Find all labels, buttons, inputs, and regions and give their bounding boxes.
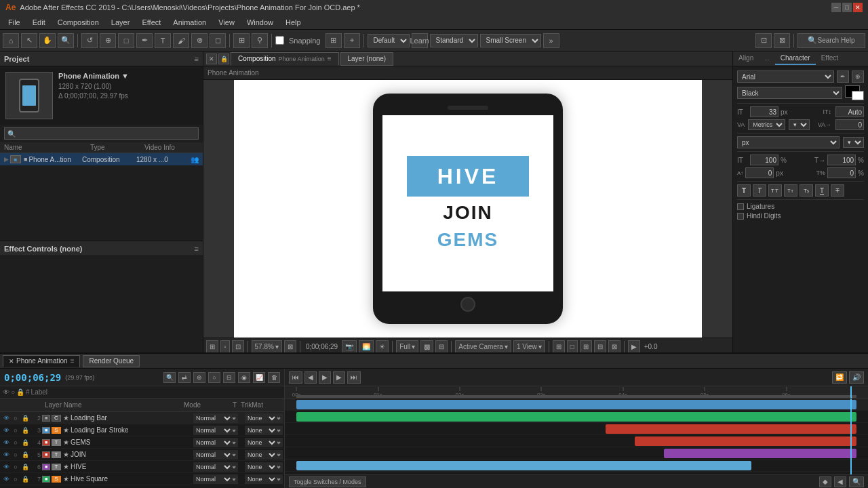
- layer-mode-1[interactable]: Normal: [193, 426, 233, 435]
- frame-btn[interactable]: ▫: [220, 340, 230, 353]
- layer-solo-4[interactable]: ○: [11, 462, 20, 472]
- layer-solo-0[interactable]: ○: [11, 413, 20, 423]
- minimize-button[interactable]: ─: [831, 3, 841, 12]
- title-bar-controls[interactable]: ─ □ ✕: [831, 3, 863, 12]
- layer-row[interactable]: 👁 ○ 🔒 6 ■ T ★ HIVE Normal ▾ None ▾: [0, 461, 284, 473]
- layer-trikmat-5[interactable]: None: [245, 474, 277, 484]
- layer-lock-3[interactable]: 🔒: [20, 450, 30, 460]
- fit-btn[interactable]: ⊠: [284, 340, 296, 353]
- tl-tracks[interactable]: [285, 399, 868, 474]
- tl-timecode[interactable]: 0;00;06;29: [4, 372, 61, 383]
- tl-play-btn[interactable]: ⏮: [289, 371, 302, 384]
- font-load-icon[interactable]: ⊕: [852, 70, 864, 83]
- bold-btn[interactable]: T: [737, 184, 751, 197]
- hindi-digits-checkbox[interactable]: [737, 213, 744, 220]
- layer-mode-2[interactable]: Normal: [193, 438, 233, 447]
- close-button[interactable]: ✕: [853, 3, 863, 12]
- menu-effect[interactable]: Effect: [136, 17, 166, 28]
- toggle-switches-btn[interactable]: Toggle Switches / Modes: [289, 476, 366, 487]
- quality-btn[interactable]: Full ▾: [396, 340, 418, 353]
- horiz-scale-input[interactable]: [827, 155, 856, 165]
- layer-lock-5[interactable]: 🔒: [20, 474, 30, 484]
- zoom-btn[interactable]: 57.8% ▾: [252, 340, 282, 353]
- background-color[interactable]: [852, 91, 864, 100]
- layer-eye-1[interactable]: 👁: [1, 426, 11, 435]
- tab-composition[interactable]: Composition Phone Animation ≡: [231, 52, 339, 66]
- allcaps-btn[interactable]: TT: [768, 184, 782, 197]
- menu-composition[interactable]: Composition: [52, 17, 104, 28]
- text-tool[interactable]: T: [155, 33, 171, 48]
- layer-mode-4[interactable]: Normal: [193, 462, 233, 472]
- tab-character[interactable]: Character: [775, 52, 816, 65]
- tl-loop-btn[interactable]: 🔁: [832, 371, 847, 384]
- project-search-input[interactable]: [4, 127, 199, 140]
- tl-guide-btn[interactable]: ⊟: [223, 372, 235, 383]
- tl-frame-back-btn[interactable]: ◀: [304, 371, 317, 384]
- render-region-btn[interactable]: ⊞: [553, 340, 565, 353]
- shape-tool[interactable]: □: [118, 33, 134, 48]
- menu-animation[interactable]: Animation: [167, 17, 212, 28]
- layer-mode-arrow-3[interactable]: ▾: [233, 450, 238, 460]
- layer-mode-0[interactable]: Normal: [193, 413, 233, 423]
- snap-btn[interactable]: ⊞: [206, 340, 218, 353]
- strike-btn[interactable]: T: [831, 184, 844, 197]
- roto-tool[interactable]: ⊞: [233, 33, 250, 48]
- brush-tool[interactable]: 🖌: [173, 33, 189, 48]
- camera-btn[interactable]: Active Camera ▾: [455, 340, 511, 353]
- layer-eye-3[interactable]: 👁: [1, 450, 11, 460]
- layer-trikmat-2[interactable]: None: [245, 438, 277, 447]
- smallcaps-btn[interactable]: Tт: [784, 184, 797, 197]
- menu-view[interactable]: View: [213, 17, 240, 28]
- font-style-icon[interactable]: ✒: [837, 70, 849, 83]
- search-help-btn[interactable]: 🔍 Search Help: [797, 33, 865, 48]
- workspace-default[interactable]: Default: [368, 34, 410, 47]
- layer-trikmat-0[interactable]: None: [245, 413, 277, 423]
- kerning-type-select[interactable]: Metrics: [748, 119, 785, 130]
- baseline-input[interactable]: [745, 167, 774, 178]
- workspace-more[interactable]: »: [543, 33, 559, 48]
- tl-solo-btn[interactable]: ○: [208, 372, 220, 383]
- tsume-input[interactable]: [827, 167, 856, 178]
- tl-end-btn[interactable]: ⏭: [347, 371, 361, 384]
- tl-search-btn[interactable]: 🔍: [163, 372, 176, 383]
- layer-mode-arrow-1[interactable]: ▾: [233, 426, 238, 435]
- tl-delete-btn[interactable]: 🗑: [268, 372, 280, 383]
- layer-solo-2[interactable]: ○: [11, 438, 20, 447]
- view-btn[interactable]: 1 View ▾: [513, 340, 545, 353]
- snapping-label[interactable]: Snapping: [286, 37, 323, 45]
- layer-mode-arrow-2[interactable]: ▾: [233, 438, 238, 447]
- show-snapshot-btn[interactable]: 🌅: [359, 340, 374, 353]
- tl-transfer-btn[interactable]: ⇄: [178, 372, 191, 383]
- snap-icon-btn[interactable]: ⊞: [326, 33, 342, 48]
- layer-trikmat-arrow-5[interactable]: ▾: [277, 474, 283, 484]
- layer-trikmat-arrow-2[interactable]: ▾: [277, 438, 283, 447]
- composition-viewer[interactable]: HIVE JOIN GEMS: [203, 80, 732, 338]
- layer-mode-3[interactable]: Normal: [193, 450, 233, 460]
- tl-tab-comp[interactable]: ✕ Phone Animation ≡: [3, 355, 80, 367]
- menu-layer[interactable]: Layer: [106, 17, 136, 28]
- workspace-standard[interactable]: Standard: [430, 34, 478, 47]
- transparency-btn[interactable]: ▩: [420, 340, 433, 353]
- layer-mode-5[interactable]: Normal: [193, 474, 233, 484]
- comp-tab-menu[interactable]: ≡: [328, 55, 332, 62]
- tl-keyframe-btn[interactable]: ◆: [819, 476, 831, 487]
- kerning-arrow[interactable]: ▾: [789, 119, 810, 130]
- layer-eye-0[interactable]: 👁: [1, 413, 11, 423]
- project-menu-btn[interactable]: ≡: [195, 55, 199, 63]
- snapshot-btn[interactable]: 📷: [342, 340, 357, 353]
- tl-pause-btn[interactable]: ▶: [319, 371, 331, 384]
- work-area-bar[interactable]: [296, 395, 856, 398]
- tl-audio-btn[interactable]: 🔊: [849, 371, 864, 384]
- font-style-select[interactable]: Black: [737, 87, 842, 99]
- ruler-btn[interactable]: ⊟: [594, 340, 606, 353]
- layer-eye-2[interactable]: 👁: [1, 438, 11, 447]
- layer-eye-5[interactable]: 👁: [1, 474, 11, 484]
- comp-tab-lock[interactable]: 🔒: [218, 54, 229, 64]
- layer-solo-1[interactable]: ○: [11, 426, 20, 435]
- layer-row[interactable]: 👁 ○ 🔒 4 ■ T ★ GEMS Normal ▾ None ▾: [0, 436, 284, 449]
- tracking-input[interactable]: [835, 119, 864, 130]
- exposure-btn[interactable]: ☀: [376, 340, 389, 353]
- layer-row[interactable]: 👁 ○ 🔒 5 ■ T ★ JOIN Normal ▾ None ▾: [0, 449, 284, 461]
- layer-lock-2[interactable]: 🔒: [20, 438, 30, 447]
- unit-arrow[interactable]: ▾: [843, 137, 864, 148]
